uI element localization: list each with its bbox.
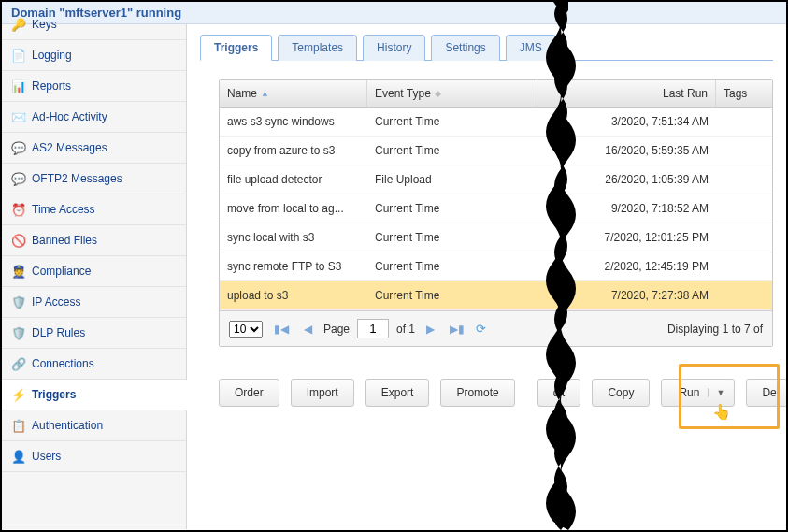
action-bar: Order Import Export Promote dit Copy Run… bbox=[219, 379, 773, 407]
sort-icon: ◆ bbox=[435, 89, 441, 98]
cell-tags bbox=[716, 281, 772, 309]
cell-name: file upload detector bbox=[220, 165, 367, 194]
sidebar-icon: 📄 bbox=[11, 48, 26, 63]
sidebar-icon: 👤 bbox=[11, 449, 26, 464]
sidebar-icon: 🔗 bbox=[11, 356, 26, 371]
run-button-label: Run bbox=[679, 386, 699, 399]
grid-body: aws s3 sync windowsCurrent Time3/2020, 7… bbox=[220, 108, 772, 310]
tab-triggers[interactable]: Triggers bbox=[200, 35, 272, 61]
tab-settings[interactable]: Settings bbox=[431, 35, 499, 61]
table-row[interactable]: sync local with s3Current Time7/2020, 12… bbox=[220, 223, 772, 252]
sidebar-item-label: Connections bbox=[32, 357, 94, 370]
import-button[interactable]: Import bbox=[291, 379, 354, 407]
cell-tags bbox=[716, 223, 772, 252]
sidebar-item-banned-files[interactable]: 🚫Banned Files bbox=[2, 225, 186, 256]
sidebar-icon: 📊 bbox=[11, 79, 26, 93]
column-event[interactable]: Event Type ◆ bbox=[367, 80, 537, 107]
cell-last-run: 9/2020, 7:18:52 AM bbox=[537, 194, 716, 223]
sidebar-item-label: Compliance bbox=[32, 265, 91, 278]
cell-last-run: 16/2020, 5:59:35 AM bbox=[537, 137, 716, 165]
table-row[interactable]: file upload detectorFile Upload26/2020, … bbox=[220, 165, 772, 194]
last-page-icon[interactable]: ▶▮ bbox=[446, 323, 468, 336]
sidebar-item-label: AS2 Messages bbox=[32, 141, 107, 154]
display-info: Displaying 1 to 7 of bbox=[667, 323, 763, 336]
cell-name: aws s3 sync windows bbox=[220, 108, 367, 136]
sidebar-icon: 🔑 bbox=[11, 17, 26, 32]
page-size-select[interactable]: 10 bbox=[229, 321, 263, 338]
sidebar-item-keys[interactable]: 🔑Keys bbox=[2, 9, 186, 40]
sidebar-icon: 👮 bbox=[11, 264, 26, 279]
next-page-icon[interactable]: ▶ bbox=[423, 323, 438, 336]
sidebar-item-ip-access[interactable]: 🛡️IP Access bbox=[2, 287, 186, 318]
triggers-grid: Name ▲ Event Type ◆ Last Run Tags aws s3… bbox=[219, 79, 773, 347]
cell-tags bbox=[716, 194, 772, 223]
promote-button[interactable]: Promote bbox=[440, 379, 514, 407]
sidebar-icon: 🛡️ bbox=[11, 295, 26, 309]
sidebar-icon: 📋 bbox=[11, 418, 26, 433]
order-button[interactable]: Order bbox=[219, 379, 279, 407]
run-button[interactable]: Run ▼ bbox=[661, 379, 735, 407]
sidebar-item-label: Banned Files bbox=[32, 234, 97, 247]
sidebar-item-ad-hoc-activity[interactable]: ✉️Ad-Hoc Activity bbox=[2, 102, 186, 133]
sidebar-item-label: IP Access bbox=[32, 295, 80, 309]
page-number-input[interactable] bbox=[357, 319, 389, 338]
sidebar-icon: ⏰ bbox=[11, 202, 26, 217]
sidebar-item-label: DLP Rules bbox=[32, 326, 85, 339]
column-name[interactable]: Name ▲ bbox=[220, 80, 367, 107]
sidebar-item-triggers[interactable]: ⚡Triggers bbox=[2, 380, 187, 410]
sidebar-item-authentication[interactable]: 📋Authentication bbox=[2, 410, 186, 441]
sidebar-item-compliance[interactable]: 👮Compliance bbox=[2, 256, 186, 287]
sidebar-item-label: Reports bbox=[32, 79, 71, 93]
cell-name: upload to s3 bbox=[220, 281, 367, 309]
table-row[interactable]: aws s3 sync windowsCurrent Time3/2020, 7… bbox=[220, 108, 772, 137]
cell-event: Current Time bbox=[367, 137, 537, 165]
sidebar-item-reports[interactable]: 📊Reports bbox=[2, 71, 186, 102]
sidebar-icon: ✉️ bbox=[11, 109, 26, 124]
prev-page-icon[interactable]: ◀ bbox=[300, 323, 316, 336]
sidebar-item-logging[interactable]: 📄Logging bbox=[2, 40, 186, 71]
sidebar-item-dlp-rules[interactable]: 🛡️DLP Rules bbox=[2, 318, 186, 349]
sidebar-item-connections[interactable]: 🔗Connections bbox=[2, 349, 186, 380]
column-last-label: Last Run bbox=[663, 87, 708, 100]
tab-bar: TriggersTemplatesHistorySettingsJMS bbox=[200, 34, 773, 61]
column-last-run[interactable]: Last Run bbox=[537, 80, 716, 107]
column-name-label: Name bbox=[227, 87, 257, 100]
grid-header: Name ▲ Event Type ◆ Last Run Tags bbox=[220, 80, 772, 108]
cell-event: Current Time bbox=[367, 108, 537, 136]
sidebar-item-label: Logging bbox=[32, 49, 72, 62]
cell-last-run: 26/2020, 1:05:39 AM bbox=[537, 165, 716, 194]
cell-event: Current Time bbox=[367, 223, 537, 252]
export-button[interactable]: Export bbox=[365, 379, 430, 407]
cell-tags bbox=[716, 252, 772, 280]
sidebar-icon: ⚡ bbox=[11, 387, 26, 402]
column-event-label: Event Type bbox=[375, 87, 431, 100]
cell-tags bbox=[716, 137, 772, 165]
cell-name: sync remote FTP to S3 bbox=[220, 252, 367, 280]
sidebar-item-label: Time Access bbox=[32, 203, 95, 216]
copy-button[interactable]: Copy bbox=[592, 379, 650, 407]
sidebar-item-oftp2-messages[interactable]: 💬OFTP2 Messages bbox=[2, 164, 186, 194]
sidebar-item-as2-messages[interactable]: 💬AS2 Messages bbox=[2, 133, 186, 164]
table-row[interactable]: move from local to ag...Current Time9/20… bbox=[220, 194, 772, 223]
cell-name: move from local to ag... bbox=[220, 194, 367, 223]
sort-asc-icon: ▲ bbox=[261, 89, 269, 98]
tab-history[interactable]: History bbox=[363, 35, 425, 61]
column-tags-label: Tags bbox=[724, 87, 747, 100]
first-page-icon[interactable]: ▮◀ bbox=[270, 323, 293, 336]
table-row[interactable]: upload to s3Current Time7/2020, 7:27:38 … bbox=[220, 281, 772, 310]
cell-event: Current Time bbox=[367, 194, 537, 223]
edit-button[interactable]: dit bbox=[537, 379, 581, 407]
sidebar-item-label: Ad-Hoc Activity bbox=[32, 110, 107, 123]
cell-event: File Upload bbox=[367, 165, 537, 194]
table-row[interactable]: copy from azure to s3Current Time16/2020… bbox=[220, 137, 772, 165]
refresh-icon[interactable]: ⟳ bbox=[476, 322, 486, 336]
sidebar-item-time-access[interactable]: ⏰Time Access bbox=[2, 194, 186, 225]
column-tags[interactable]: Tags bbox=[716, 80, 772, 107]
tab-jms[interactable]: JMS bbox=[506, 35, 556, 61]
cell-name: copy from azure to s3 bbox=[220, 137, 367, 165]
tab-templates[interactable]: Templates bbox=[278, 35, 357, 61]
table-row[interactable]: sync remote FTP to S3Current Time2/2020,… bbox=[220, 252, 772, 281]
paging-toolbar: 10 ▮◀ ◀ Page of 1 ▶ ▶▮ ⟳ Displaying 1 to… bbox=[220, 310, 772, 346]
delete-button[interactable]: De bbox=[746, 379, 786, 407]
sidebar-item-users[interactable]: 👤Users bbox=[2, 441, 186, 472]
